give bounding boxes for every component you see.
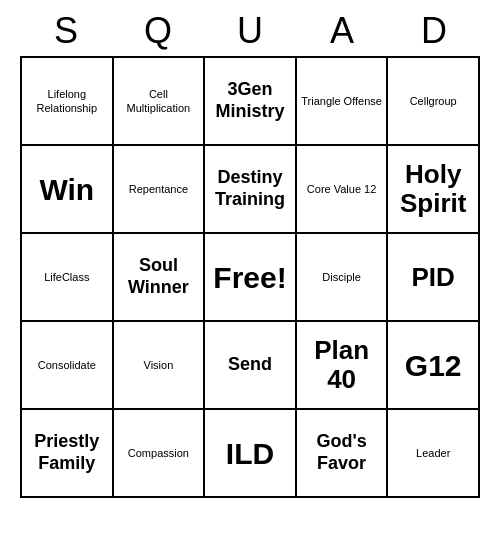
bingo-cell: Repentance xyxy=(114,146,206,234)
cell-label: Win xyxy=(39,173,94,206)
cell-label: Consolidate xyxy=(38,358,96,372)
cell-label: Leader xyxy=(416,446,450,460)
cell-label: Lifelong Relationship xyxy=(26,87,108,116)
bingo-cell: God's Favor xyxy=(297,410,389,498)
bingo-cell: Priestly Family xyxy=(22,410,114,498)
cell-label: Cellgroup xyxy=(410,94,457,108)
header-letter: Q xyxy=(114,10,202,52)
header-letter: S xyxy=(22,10,110,52)
bingo-header: SQUAD xyxy=(20,10,480,52)
bingo-cell: PID xyxy=(388,234,480,322)
cell-label: Compassion xyxy=(128,446,189,460)
cell-label: Vision xyxy=(144,358,174,372)
bingo-cell: Consolidate xyxy=(22,322,114,410)
cell-label: ILD xyxy=(226,437,274,470)
cell-label: Core Value 12 xyxy=(307,182,377,196)
bingo-cell: Plan 40 xyxy=(297,322,389,410)
cell-label: Triangle Offense xyxy=(301,94,382,108)
bingo-cell: 3Gen Ministry xyxy=(205,58,297,146)
bingo-cell: G12 xyxy=(388,322,480,410)
bingo-cell: Vision xyxy=(114,322,206,410)
cell-label: Cell Multiplication xyxy=(118,87,200,116)
bingo-cell: Disciple xyxy=(297,234,389,322)
bingo-grid: Lifelong RelationshipCell Multiplication… xyxy=(20,56,480,498)
bingo-cell: Free! xyxy=(205,234,297,322)
cell-label: Soul Winner xyxy=(118,255,200,298)
bingo-cell: Cellgroup xyxy=(388,58,480,146)
header-letter: A xyxy=(298,10,386,52)
bingo-cell: Compassion xyxy=(114,410,206,498)
cell-label: Priestly Family xyxy=(26,431,108,474)
cell-label: PID xyxy=(412,263,455,292)
cell-label: 3Gen Ministry xyxy=(209,79,291,122)
cell-label: Disciple xyxy=(322,270,361,284)
bingo-cell: LifeClass xyxy=(22,234,114,322)
bingo-cell: ILD xyxy=(205,410,297,498)
bingo-cell: Lifelong Relationship xyxy=(22,58,114,146)
cell-label: God's Favor xyxy=(301,431,383,474)
cell-label: Plan 40 xyxy=(301,336,383,393)
bingo-cell: Soul Winner xyxy=(114,234,206,322)
cell-label: LifeClass xyxy=(44,270,89,284)
header-letter: D xyxy=(390,10,478,52)
cell-label: Repentance xyxy=(129,182,188,196)
header-letter: U xyxy=(206,10,294,52)
bingo-cell: Core Value 12 xyxy=(297,146,389,234)
bingo-cell: Send xyxy=(205,322,297,410)
bingo-cell: Destiny Training xyxy=(205,146,297,234)
cell-label: G12 xyxy=(405,349,462,382)
cell-label: Send xyxy=(228,354,272,376)
bingo-cell: Cell Multiplication xyxy=(114,58,206,146)
cell-label: Free! xyxy=(213,261,286,294)
bingo-cell: Win xyxy=(22,146,114,234)
bingo-cell: Leader xyxy=(388,410,480,498)
bingo-cell: Holy Spirit xyxy=(388,146,480,234)
cell-label: Holy Spirit xyxy=(392,160,474,217)
cell-label: Destiny Training xyxy=(209,167,291,210)
bingo-cell: Triangle Offense xyxy=(297,58,389,146)
